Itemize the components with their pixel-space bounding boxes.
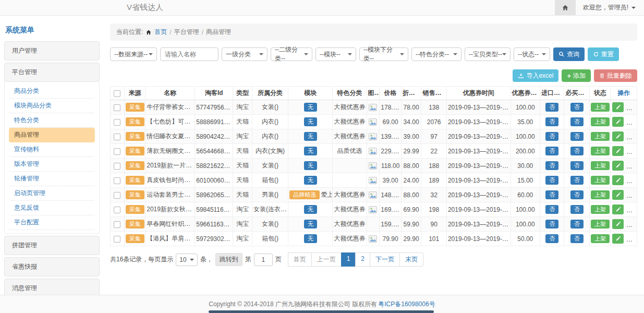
row-checkbox[interactable] xyxy=(114,163,120,170)
pager-button[interactable]: 1 xyxy=(341,252,356,267)
sidebar-submenu-item[interactable]: 商品分类 xyxy=(9,84,95,99)
delete-button[interactable] xyxy=(627,234,637,244)
per-page-select[interactable]: 10 xyxy=(176,254,197,266)
import-select-toggle[interactable]: 否 xyxy=(545,103,558,112)
sidebar-submenu-item[interactable]: 特色分类 xyxy=(9,113,95,128)
status-toggle[interactable]: 上架 xyxy=(591,103,610,112)
import-select-toggle[interactable]: 否 xyxy=(545,117,558,127)
row-checkbox[interactable] xyxy=(114,148,120,155)
level1-category-select[interactable]: 一级分类 xyxy=(222,47,268,61)
sidebar-submenu-item[interactable]: 平台配置 xyxy=(9,215,95,230)
must-buy-toggle[interactable]: 否 xyxy=(570,205,584,214)
delete-button[interactable] xyxy=(627,161,637,171)
sidebar-item-platform-mgmt[interactable]: 平台管理 xyxy=(4,63,100,82)
sidebar-submenu-item[interactable]: 模块商品分类 xyxy=(9,99,95,113)
row-checkbox[interactable] xyxy=(114,104,120,111)
must-buy-toggle[interactable]: 否 xyxy=(570,220,584,229)
page-number-input[interactable] xyxy=(254,254,273,266)
module-select[interactable]: --模块-- xyxy=(315,47,356,61)
status-toggle[interactable]: 上架 xyxy=(591,205,610,214)
edit-button[interactable] xyxy=(612,161,624,171)
import-excel-button[interactable]: 导入excel xyxy=(513,69,558,82)
pager-button[interactable]: 首页 xyxy=(288,252,312,267)
pager-button[interactable]: 上一页 xyxy=(311,252,342,267)
select-all-checkbox[interactable] xyxy=(114,90,120,97)
user-menu[interactable]: 欢迎您，管理员! xyxy=(576,3,644,12)
sidebar-item[interactable]: 消息管理 xyxy=(4,279,100,295)
edit-button[interactable] xyxy=(612,175,624,185)
pager-button[interactable]: 2 xyxy=(355,252,370,267)
sidebar-item[interactable]: 省惠快报 xyxy=(4,257,100,276)
edit-button[interactable] xyxy=(612,204,624,214)
sidebar-submenu-item[interactable]: 商品管理 xyxy=(9,128,95,142)
row-checkbox[interactable] xyxy=(114,192,120,199)
import-select-toggle[interactable]: 否 xyxy=(545,220,558,229)
module-sub-category-select[interactable]: --模块下分类-- xyxy=(359,47,408,61)
jump-to-button[interactable]: 跳转到 xyxy=(215,253,242,266)
horizontal-scrollbar-thumb[interactable] xyxy=(209,310,434,313)
must-buy-toggle[interactable]: 否 xyxy=(570,103,584,112)
feature-category-select[interactable]: --特色分类-- xyxy=(411,47,461,61)
import-select-toggle[interactable]: 否 xyxy=(545,132,558,141)
row-checkbox[interactable] xyxy=(114,236,120,243)
must-buy-toggle[interactable]: 否 xyxy=(570,234,584,244)
pager-button[interactable]: 下一页 xyxy=(370,252,400,267)
import-select-toggle[interactable]: 否 xyxy=(545,190,558,200)
edit-button[interactable] xyxy=(612,131,624,141)
status-toggle[interactable]: 上架 xyxy=(591,176,610,185)
import-select-toggle[interactable]: 否 xyxy=(545,234,558,244)
edit-button[interactable] xyxy=(612,146,624,156)
delete-button[interactable] xyxy=(627,219,637,229)
batch-delete-button[interactable]: 批量删除 xyxy=(594,69,637,82)
edit-button[interactable] xyxy=(612,190,624,200)
sidebar-submenu-item[interactable]: 版本管理 xyxy=(9,157,95,172)
delete-button[interactable] xyxy=(627,190,637,200)
row-checkbox[interactable] xyxy=(114,221,120,228)
status-toggle[interactable]: 上架 xyxy=(591,161,610,171)
edit-button[interactable] xyxy=(612,234,624,244)
home-button[interactable] xyxy=(555,0,576,15)
import-select-toggle[interactable]: 否 xyxy=(545,176,558,185)
row-checkbox[interactable] xyxy=(114,134,120,140)
status-toggle[interactable]: 上架 xyxy=(591,190,610,200)
status-select[interactable]: --状态-- xyxy=(514,47,550,61)
status-toggle[interactable]: 上架 xyxy=(591,117,610,127)
icp-link[interactable]: 粤ICP备16098006号 xyxy=(378,300,435,309)
must-buy-toggle[interactable]: 否 xyxy=(570,132,584,141)
delete-button[interactable] xyxy=(627,146,637,156)
delete-button[interactable] xyxy=(627,175,637,185)
delete-button[interactable] xyxy=(627,204,637,214)
status-toggle[interactable]: 上架 xyxy=(591,147,610,156)
pager-button[interactable]: 末页 xyxy=(399,252,423,267)
add-button[interactable]: + 添加 xyxy=(562,69,591,82)
breadcrumb-home-link[interactable]: 首页 xyxy=(154,28,167,37)
sidebar-submenu-item[interactable]: 宣传物料 xyxy=(9,142,95,157)
delete-button[interactable] xyxy=(627,117,637,127)
must-buy-toggle[interactable]: 否 xyxy=(570,176,584,185)
sidebar-submenu-item[interactable]: 启动页管理 xyxy=(9,186,95,201)
level2-category-select[interactable]: --二级分类-- xyxy=(271,47,312,61)
item-type-select[interactable]: --宝贝类型-- xyxy=(465,47,511,61)
import-select-toggle[interactable]: 否 xyxy=(545,147,558,156)
edit-button[interactable] xyxy=(612,219,624,229)
import-select-toggle[interactable]: 否 xyxy=(545,205,558,214)
row-checkbox[interactable] xyxy=(114,119,120,126)
status-toggle[interactable]: 上架 xyxy=(591,234,610,244)
sidebar-submenu-item[interactable]: 轮播管理 xyxy=(9,172,95,186)
must-buy-toggle[interactable]: 否 xyxy=(570,117,584,127)
query-button[interactable]: 查询 xyxy=(553,47,585,61)
edit-button[interactable] xyxy=(612,117,624,127)
edit-button[interactable] xyxy=(612,102,624,112)
must-buy-toggle[interactable]: 否 xyxy=(570,147,584,156)
sidebar-item[interactable]: 拼团管理 xyxy=(4,236,100,255)
delete-button[interactable] xyxy=(627,102,637,112)
row-checkbox[interactable] xyxy=(114,177,120,184)
data-source-select[interactable]: --数据来源-- xyxy=(110,47,157,61)
status-toggle[interactable]: 上架 xyxy=(591,132,610,141)
delete-button[interactable] xyxy=(627,131,637,141)
must-buy-toggle[interactable]: 否 xyxy=(570,190,584,200)
sidebar-item-user-mgmt[interactable]: 用户管理 xyxy=(4,41,100,61)
status-toggle[interactable]: 上架 xyxy=(591,220,610,229)
reset-button[interactable]: 重置 xyxy=(588,47,619,61)
sidebar-submenu-item[interactable]: 意见反馈 xyxy=(9,201,95,215)
